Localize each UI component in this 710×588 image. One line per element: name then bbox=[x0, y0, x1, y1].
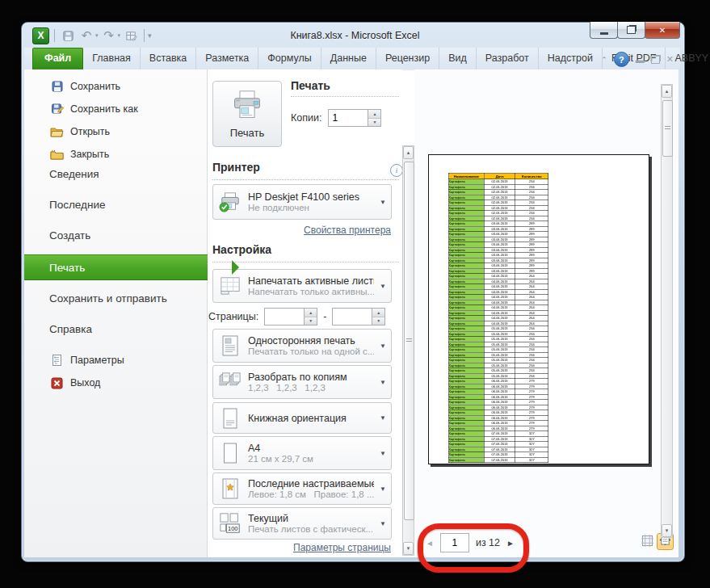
ribbon-tab-file[interactable]: Файл bbox=[32, 48, 83, 69]
sidebar-item-label: Справка bbox=[49, 323, 92, 335]
pages-to-stepper: ▲▼ bbox=[332, 308, 385, 326]
close-button[interactable]: ✕ bbox=[645, 22, 680, 39]
ribbon-tab[interactable]: Вид bbox=[439, 48, 477, 69]
sidebar-item-label: Выход bbox=[70, 377, 100, 388]
pages-to-input[interactable] bbox=[332, 308, 372, 326]
close-folder-icon bbox=[50, 148, 64, 162]
scaling-select[interactable]: 100ТекущийПечать листов с фактическ...▼ bbox=[212, 507, 392, 540]
pages-from-stepper: ▲▼ bbox=[264, 308, 317, 326]
scroll-up-icon[interactable]: ▲ bbox=[662, 85, 672, 98]
dropdown-title: Книжная ориентация bbox=[248, 413, 374, 424]
pages-from-up-icon[interactable]: ▲ bbox=[305, 309, 317, 317]
dropdown-title: Текущий bbox=[248, 513, 374, 524]
ribbon-tab[interactable]: Данные bbox=[321, 48, 376, 69]
sidebar-item[interactable]: Выход bbox=[24, 373, 233, 393]
sidebar-item[interactable]: Открыть bbox=[24, 122, 233, 141]
ribbon-tab[interactable]: Разметка bbox=[196, 48, 258, 69]
sidebar-item[interactable]: Справка bbox=[24, 318, 232, 339]
draw-table-icon[interactable] bbox=[123, 27, 139, 44]
chevron-down-icon: ▼ bbox=[380, 485, 386, 493]
undo-dropdown-icon[interactable]: ▾ bbox=[95, 32, 99, 39]
divider bbox=[54, 29, 55, 42]
sidebar-item[interactable]: Сохранить как bbox=[24, 99, 233, 119]
chevron-down-icon: ▼ bbox=[380, 450, 386, 457]
chevron-down-icon: ▼ bbox=[380, 379, 386, 386]
scrollbar-thumb[interactable] bbox=[404, 162, 414, 520]
help-icon[interactable]: ? bbox=[614, 52, 629, 67]
workbook-restore-icon[interactable] bbox=[651, 56, 660, 64]
chevron-down-icon: ▼ bbox=[380, 283, 386, 290]
printer-select[interactable]: HP Deskjet F4100 series Не подключен ▼ bbox=[212, 184, 392, 220]
ribbon-tab[interactable]: Рецензир bbox=[376, 48, 439, 69]
page-setup-link[interactable]: Параметры страницы bbox=[293, 542, 391, 553]
chevron-down-icon: ▼ bbox=[380, 414, 386, 422]
undo-icon[interactable]: ↶ bbox=[78, 27, 95, 44]
printer-info-icon[interactable]: i bbox=[390, 164, 403, 177]
workbook-close-icon[interactable]: ✕ bbox=[666, 54, 674, 65]
orientation-select[interactable]: Книжная ориентация▼ bbox=[212, 402, 392, 434]
open-folder-icon bbox=[50, 125, 64, 139]
ribbon-tab[interactable]: Надстрой bbox=[539, 48, 603, 69]
printer-properties-link[interactable]: Свойства принтера bbox=[304, 225, 391, 236]
redo-dropdown-icon[interactable]: ▾ bbox=[118, 32, 121, 39]
red-highlight-annotation bbox=[418, 523, 529, 573]
dropdown-subtitle: Напечатать только активны... bbox=[248, 287, 374, 296]
dropdown-subtitle: 21 см x 29,7 см bbox=[248, 454, 374, 464]
settings-scrollbar[interactable]: ▲ ▼ bbox=[402, 145, 414, 556]
restore-button[interactable] bbox=[617, 22, 645, 39]
sidebar-item[interactable]: Параметры bbox=[24, 351, 233, 370]
table-cell: 07.06.2013 bbox=[484, 457, 515, 463]
excel-logo-icon[interactable]: X bbox=[32, 27, 49, 44]
sidebar-item[interactable]: Сведения bbox=[24, 163, 232, 184]
sidebar-item[interactable]: Создать bbox=[24, 225, 232, 246]
table-row: Картофель07.06.2013327 bbox=[448, 457, 548, 463]
ribbon-right-controls: ⌃ ? ▬ ✕ bbox=[601, 52, 674, 67]
pages-to-up-icon[interactable]: ▲ bbox=[372, 309, 384, 317]
print-button[interactable]: Печать bbox=[212, 81, 282, 147]
save-icon[interactable] bbox=[60, 27, 76, 44]
ribbon-tab[interactable]: Разработ bbox=[477, 48, 539, 69]
scroll-up-icon[interactable]: ▲ bbox=[403, 146, 414, 159]
scrollbar-thumb[interactable] bbox=[662, 100, 673, 157]
floppy-pencil-icon bbox=[50, 103, 64, 116]
margins-select[interactable]: Последние настраиваемые ...Левое: 1,8 см… bbox=[212, 472, 392, 505]
redo-icon[interactable]: ↷ bbox=[101, 27, 117, 44]
printer-name: HP Deskjet F4100 series bbox=[248, 191, 374, 203]
workbook-minimize-icon[interactable]: ▬ bbox=[636, 55, 645, 65]
margins-grid-icon bbox=[641, 535, 653, 550]
sidebar-item[interactable]: Сохранить и отправить bbox=[24, 288, 232, 309]
copies-up-icon[interactable]: ▲ bbox=[368, 110, 380, 119]
copies-down-icon[interactable]: ▼ bbox=[368, 119, 380, 127]
scale-100-icon: 100 bbox=[218, 510, 242, 536]
collapse-ribbon-icon[interactable]: ⌃ bbox=[601, 56, 607, 64]
copies-input[interactable] bbox=[328, 109, 368, 127]
sidebar-item[interactable]: Сохранить bbox=[24, 77, 233, 96]
collation-select[interactable]: Разобрать по копиям1,2,3 1,2,3 1,2,3▼ bbox=[212, 365, 392, 399]
ribbon-tab[interactable]: Вставка bbox=[141, 48, 196, 69]
print-what-select[interactable]: Напечатать активные листыНапечатать толь… bbox=[212, 269, 392, 303]
scroll-down-icon[interactable]: ▼ bbox=[403, 542, 414, 555]
paper-size-select[interactable]: A421 см x 29,7 см▼ bbox=[212, 436, 392, 470]
dropdown-title: Односторонняя печать bbox=[248, 335, 374, 346]
ribbon-tab[interactable]: Главная bbox=[83, 48, 141, 69]
print-settings-panel: Печать Печать Копии: ▲▼ Принтер i bbox=[208, 69, 402, 557]
print-button-label: Печать bbox=[230, 127, 265, 139]
pages-from-input[interactable] bbox=[264, 308, 304, 326]
pages-from-down-icon[interactable]: ▼ bbox=[305, 317, 317, 326]
pages-to-down-icon[interactable]: ▼ bbox=[372, 317, 384, 326]
sidebar-item[interactable]: Закрыть bbox=[24, 145, 233, 164]
scroll-down-icon[interactable]: ▼ bbox=[662, 524, 672, 537]
preview-table-wrap: НаименованиеДатаКоличество Картофель02.0… bbox=[448, 173, 548, 463]
preview-table: НаименованиеДатаКоличество Картофель02.0… bbox=[448, 173, 548, 463]
copies-stepper: ▲▼ bbox=[328, 109, 381, 127]
divider bbox=[144, 29, 145, 42]
sidebar-item[interactable]: Последние bbox=[24, 194, 232, 215]
preview-scrollbar[interactable]: ▲ ▼ bbox=[661, 84, 673, 538]
ribbon-tab[interactable]: Формулы bbox=[258, 48, 321, 69]
duplex-select[interactable]: Односторонняя печатьПечатать только на о… bbox=[212, 329, 392, 363]
sidebar-item[interactable]: Печать bbox=[24, 254, 232, 280]
show-margins-button[interactable] bbox=[640, 535, 655, 550]
preview-page: НаименованиеДатаКоличество Картофель02.0… bbox=[428, 154, 649, 464]
margins-star-icon bbox=[218, 476, 242, 502]
minimize-button[interactable] bbox=[590, 22, 618, 39]
